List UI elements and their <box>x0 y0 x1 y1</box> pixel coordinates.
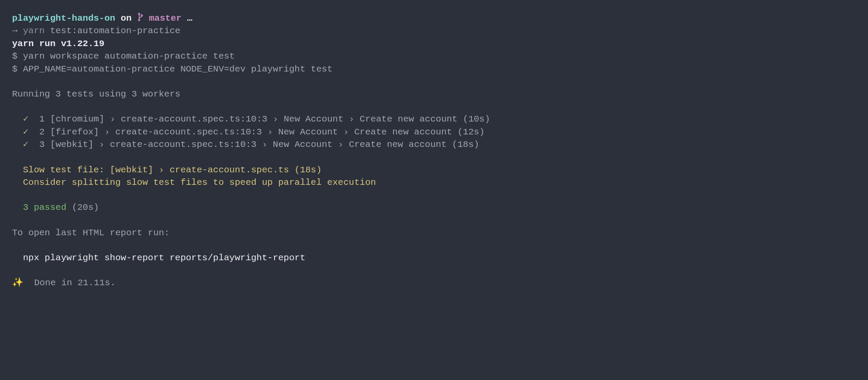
blank-line <box>12 100 856 113</box>
command-args: test:automation-practice <box>45 26 181 36</box>
blank-line <box>12 239 856 252</box>
test-index: 2 <box>39 127 45 137</box>
playwright-env-cmd: $ APP_NAME=automation-practice NODE_ENV=… <box>12 63 856 75</box>
yarn-run-header: yarn run v1.22.19 <box>12 37 856 50</box>
prompt-on: on <box>115 13 137 23</box>
prompt-ellipsis: … <box>181 13 192 23</box>
running-tests-line: Running 3 tests using 3 workers <box>12 88 856 100</box>
test-body: [chromium] › create-account.spec.ts:10:3… <box>45 114 490 124</box>
test-index: 1 <box>39 114 45 124</box>
blank-line <box>12 189 856 201</box>
tests-passed-line: 3 passed (20s) <box>12 201 856 214</box>
test-body: [firefox] › create-account.spec.ts:10:3 … <box>45 127 485 137</box>
passed-duration: (20s) <box>66 202 99 212</box>
blank-line <box>12 214 856 227</box>
blank-line <box>12 264 856 277</box>
checkmark-icon: ✓ <box>23 140 28 150</box>
prompt-directory: playwright-hands-on <box>12 13 115 23</box>
done-line: ✨ Done in 21.11s. <box>12 277 856 289</box>
test-index: 3 <box>39 140 45 150</box>
prompt-arrow: → <box>12 26 23 36</box>
test-result-row: ✓ 3 [webkit] › create-account.spec.ts:10… <box>12 138 856 151</box>
report-instructions: To open last HTML report run: <box>12 227 856 239</box>
report-command: npx playwright show-report reports/playw… <box>12 252 856 264</box>
test-body: [webkit] › create-account.spec.ts:10:3 ›… <box>45 140 479 150</box>
sparkle-icon: ✨ <box>12 278 23 288</box>
shell-prompt-line: playwright-hands-on on master … <box>12 12 856 25</box>
git-branch-name: master <box>149 13 181 23</box>
done-text: Done in 21.11s. <box>23 278 116 288</box>
checkmark-icon: ✓ <box>23 114 28 124</box>
slow-test-hint: Consider splitting slow test files to sp… <box>12 176 856 189</box>
slow-test-warning: Slow test file: [webkit] › create-accoun… <box>12 164 856 176</box>
test-result-row: ✓ 2 [firefox] › create-account.spec.ts:1… <box>12 126 856 138</box>
blank-line <box>12 151 856 164</box>
command-tool: yarn <box>23 26 44 36</box>
blank-line <box>12 75 856 88</box>
yarn-workspace-cmd: $ yarn workspace automation-practice tes… <box>12 50 856 62</box>
checkmark-icon: ✓ <box>23 127 28 137</box>
passed-count: 3 passed <box>12 202 66 212</box>
git-branch-icon <box>137 13 149 23</box>
test-result-row: ✓ 1 [chromium] › create-account.spec.ts:… <box>12 113 856 125</box>
command-line[interactable]: → yarn test:automation-practice <box>12 25 856 37</box>
